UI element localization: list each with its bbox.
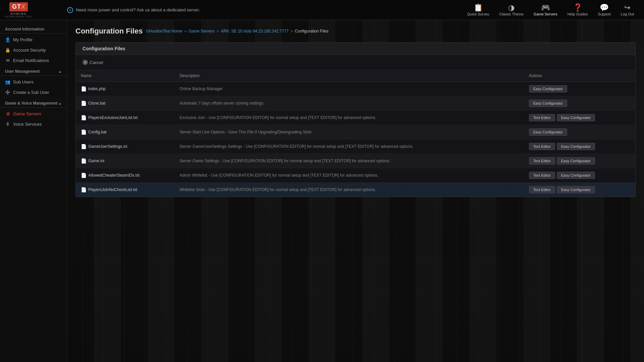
game-servers-sidebar-icon: 🖥 — [5, 111, 10, 116]
sidebar-voice-services-label: Voice Services — [13, 122, 42, 127]
file-name: GameUserSettings.ini — [88, 144, 127, 149]
action-button-easy-configurator[interactable]: Easy Configurator — [557, 143, 595, 150]
sidebar-my-profile-label: My Profile — [13, 37, 33, 42]
sidebar-item-email-notifications[interactable]: ✉ Email Notifications — [0, 55, 67, 66]
file-name: Clone.bat — [88, 101, 105, 106]
sidebar-item-account-security[interactable]: 🔒 Account Security — [0, 45, 67, 55]
breadcrumb-home[interactable]: GHoultonTest Home — [146, 29, 182, 34]
action-button-text-editor[interactable]: Text Editor — [529, 114, 555, 121]
action-button-easy-configurator[interactable]: Easy Configurator — [529, 85, 567, 93]
breadcrumb-sep-1: » — [184, 29, 187, 34]
cancel-icon: ✕ — [83, 60, 88, 65]
file-icon: 📄 — [81, 187, 86, 192]
cancel-button[interactable]: ✕ Cancel — [83, 58, 103, 66]
sidebar-item-sub-users[interactable]: 👥 Sub Users — [0, 77, 67, 87]
action-button-text-editor[interactable]: Text Editor — [529, 143, 555, 150]
file-name: PlayersJoinNoCheckList.txt — [88, 187, 137, 192]
file-actions: Text EditorEasy Configurator — [524, 111, 635, 125]
action-button-easy-configurator[interactable]: Easy Configurator — [557, 157, 595, 165]
voice-services-icon: 🎙 — [5, 122, 10, 127]
action-button-easy-configurator[interactable]: Easy Configurator — [529, 128, 567, 136]
file-name: Config.bat — [88, 130, 107, 134]
sidebar-item-create-sub-user[interactable]: ➕ Create a Sub User — [0, 87, 67, 98]
account-security-icon: 🔒 — [5, 48, 10, 53]
table-row: 📄PlayersExclusiveJoinList.txtExclusive J… — [76, 111, 635, 125]
file-icon: 📄 — [81, 144, 86, 149]
file-icon: 📄 — [81, 101, 86, 106]
collapse-icon: ▲ — [58, 70, 62, 73]
table-header-row: Name Description Actions — [76, 70, 635, 82]
nav-quick-survey[interactable]: 📋 Quick Survey — [467, 4, 489, 16]
breadcrumb-current: Configuration Files — [295, 29, 328, 34]
sidebar-item-game-servers[interactable]: 🖥 Game Servers — [0, 109, 67, 119]
col-name: Name — [76, 70, 174, 82]
file-name: Game.ini — [88, 159, 104, 163]
breadcrumb-server[interactable]: ARK: SE 10 slots 94.23.180.242:7777 — [221, 29, 288, 34]
sidebar-create-sub-user-label: Create a Sub User — [13, 90, 49, 95]
col-actions: Actions — [524, 70, 635, 82]
file-name-cell: 📄PlayersJoinNoCheckList.txt — [76, 183, 174, 197]
file-icon: 📄 — [81, 115, 86, 120]
game-voice-label: Game & Voice Management — [5, 101, 58, 106]
table-row: 📄AllowedCheaterSteamIDs.txtAdmin Whiteli… — [76, 168, 635, 183]
info-icon: i — [67, 7, 73, 13]
action-button-easy-configurator[interactable]: Easy Configurator — [557, 186, 595, 193]
file-actions: Text EditorEasy Configurator — [524, 139, 635, 154]
user-management-label: User Management — [5, 69, 40, 74]
breadcrumb-sep-2: » — [217, 29, 219, 34]
file-name-cell: 📄index.php — [76, 82, 174, 96]
help-guides-icon: ❓ — [573, 4, 582, 11]
nav-classic-theme-label: Classic Theme — [499, 12, 524, 16]
sidebar-user-management-header[interactable]: User Management ▲ — [0, 66, 67, 76]
sidebar-game-voice-header[interactable]: Game & Voice Management ▲ — [0, 98, 67, 108]
sidebar-account-security-label: Account Security — [13, 48, 46, 53]
action-button-text-editor[interactable]: Text Editor — [529, 172, 555, 179]
page-header: Configuration Files GHoultonTest Home » … — [75, 27, 636, 36]
action-button-easy-configurator[interactable]: Easy Configurator — [557, 114, 595, 121]
logo-gaming-text: GAMING — [10, 12, 27, 15]
nav-log-out-label: Log Out — [621, 12, 634, 16]
top-nav: 📋 Quick Survey ◑ Classic Theme 🎮 Game Se… — [457, 4, 644, 16]
file-actions: Text EditorEasy Configurator — [524, 168, 635, 183]
nav-classic-theme[interactable]: ◑ Classic Theme — [499, 4, 524, 16]
sidebar-item-my-profile[interactable]: 👤 My Profile — [0, 35, 67, 45]
nav-support[interactable]: 💬 Support — [598, 4, 611, 16]
info-banner: i Need more power and control? Ask us ab… — [60, 7, 457, 13]
nav-game-servers[interactable]: 🎮 Game Servers — [534, 4, 557, 16]
page-title: Configuration Files — [75, 27, 143, 36]
classic-theme-icon: ◑ — [508, 4, 515, 11]
nav-help-guides[interactable]: ❓ Help Guides — [568, 4, 588, 16]
sidebar-sub-users-label: Sub Users — [13, 79, 34, 84]
file-description: Server Start Line Options - Save This Fi… — [174, 125, 524, 139]
action-button-text-editor[interactable]: Text Editor — [529, 186, 555, 193]
file-description: Exclusive Join - Use [CONFIGURATION EDIT… — [174, 111, 524, 125]
file-name: PlayersExclusiveJoinList.txt — [88, 115, 138, 120]
file-description: Automatic 7 days offsite server cloning … — [174, 96, 524, 111]
file-actions: Text EditorEasy Configurator — [524, 154, 635, 168]
nav-help-guides-label: Help Guides — [568, 12, 588, 16]
sidebar-item-voice-services[interactable]: 🎙 Voice Services — [0, 119, 67, 129]
logo-established: ESTABLISHED 2007 — [5, 15, 32, 18]
email-notifications-icon: ✉ — [5, 58, 10, 63]
table-row: 📄PlayersJoinNoCheckList.txtWhitelist Slo… — [76, 183, 635, 197]
file-description: Whitelist Slots - Use [CONFIGURATION EDI… — [174, 183, 524, 197]
breadcrumb-game-servers[interactable]: Game Servers — [189, 29, 214, 34]
sidebar: Account Information 👤 My Profile 🔒 Accou… — [0, 20, 67, 362]
table-row: 📄index.phpOnline Backup ManagerEasy Conf… — [76, 82, 635, 96]
file-name-cell: 📄Clone.bat — [76, 96, 174, 111]
action-button-text-editor[interactable]: Text Editor — [529, 157, 555, 165]
file-icon: 📄 — [81, 158, 86, 164]
support-icon: 💬 — [600, 4, 609, 11]
game-voice-collapse-icon: ▲ — [58, 102, 62, 105]
file-description: Admin Whitelist - Use [CONFIGURATION EDI… — [174, 168, 524, 183]
action-button-easy-configurator[interactable]: Easy Configurator — [557, 172, 595, 179]
file-actions: Text EditorEasy Configurator — [524, 183, 635, 197]
breadcrumb: GHoultonTest Home » Game Servers » ARK: … — [146, 29, 328, 34]
action-button-easy-configurator[interactable]: Easy Configurator — [529, 100, 567, 107]
top-header: GT X GAMING ESTABLISHED 2007 i Need more… — [0, 0, 644, 20]
file-icon: 📄 — [81, 129, 86, 135]
nav-log-out[interactable]: ↪ Log Out — [621, 4, 634, 16]
config-panel-header: Configuration Files — [76, 43, 635, 55]
config-panel-title: Configuration Files — [83, 46, 125, 51]
file-table: Name Description Actions 📄index.phpOnlin… — [76, 70, 635, 197]
